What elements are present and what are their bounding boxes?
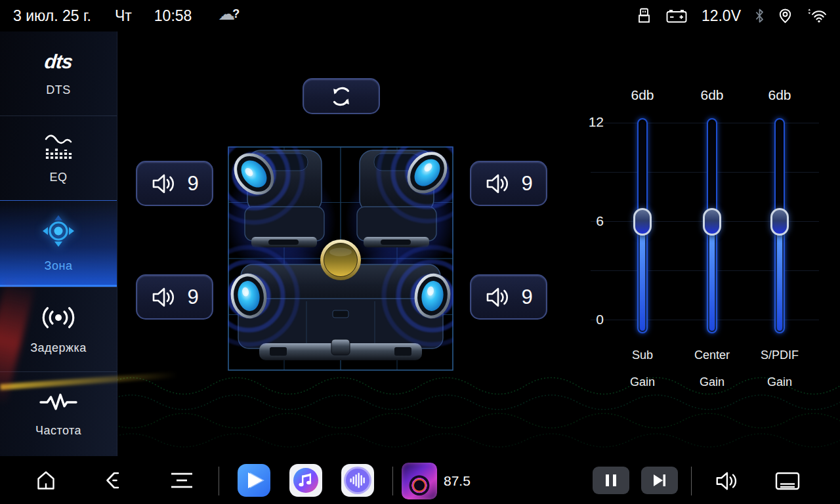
home-icon[interactable] — [35, 469, 57, 492]
sidebar-item-zone[interactable]: Зона — [0, 200, 117, 287]
bluetooth-icon — [755, 8, 765, 24]
scale-tick-12: 12 — [574, 114, 604, 130]
nav-separator — [691, 467, 692, 495]
sidebar-item-eq[interactable]: EQ — [0, 116, 117, 200]
zone-balance-icon — [41, 213, 76, 249]
speaker-icon — [150, 286, 177, 308]
status-weekday: Чт — [115, 7, 132, 25]
front-right-volume-button[interactable]: 9 — [470, 161, 547, 206]
nav-separator — [392, 467, 393, 495]
sidebar-item-dts[interactable]: dts DTS — [0, 32, 117, 116]
screen-display-icon[interactable] — [774, 471, 801, 491]
pause-icon — [604, 474, 618, 487]
soundwave-background — [0, 356, 840, 458]
balance-knob — [320, 240, 361, 280]
usb-icon — [637, 7, 652, 24]
volume-value: 9 — [521, 172, 532, 196]
nav-separator — [219, 467, 219, 495]
status-time: 10:58 — [154, 7, 192, 25]
pause-button[interactable] — [593, 467, 629, 494]
sub-gain-value: 6db — [603, 87, 682, 103]
center-gain-slider-thumb[interactable] — [703, 208, 721, 236]
next-track-button[interactable] — [641, 467, 678, 494]
video-player-app-icon[interactable] — [238, 464, 270, 497]
location-icon — [778, 8, 792, 24]
spdif-gain-label: S/PDIF — [734, 348, 826, 362]
weather-unknown-icon[interactable]: ☁ ? — [218, 6, 240, 26]
sub-gain-slider-thumb[interactable] — [633, 208, 652, 236]
delay-icon — [39, 304, 78, 331]
next-track-icon — [652, 474, 667, 487]
settings-sidebar: dts DTS EQ — [0, 32, 117, 456]
menu-lines-icon[interactable] — [169, 471, 194, 490]
music-app-icon[interactable] — [289, 464, 322, 497]
scale-tick-6: 6 — [574, 213, 604, 229]
sidebar-item-frequency[interactable]: Частота — [0, 371, 117, 456]
zone-seat-map[interactable] — [228, 146, 453, 371]
spdif-gain-slider-thumb[interactable] — [770, 208, 789, 236]
volume-value: 9 — [187, 172, 198, 196]
center-gain-slider-fill — [709, 222, 715, 331]
wifi-icon — [806, 8, 827, 24]
speaker-icon — [150, 173, 177, 195]
dts-logo-icon: dts — [43, 51, 74, 73]
car-battery-icon — [665, 8, 688, 24]
zone-reset-button[interactable] — [303, 78, 380, 114]
spdif-gain-value: 6db — [740, 87, 819, 103]
speaker-icon — [484, 286, 511, 308]
head-unit-screen: 3 июл. 25 г. Чт 10:58 ☁ ? — [0, 0, 840, 504]
sub-gain-slider-fill — [640, 222, 645, 331]
volume-icon[interactable] — [714, 470, 739, 492]
sidebar-item-delay[interactable]: Задержка — [0, 287, 117, 371]
reset-icon — [329, 84, 354, 109]
rear-left-volume-button[interactable]: 9 — [136, 274, 213, 320]
volume-value: 9 — [521, 285, 532, 309]
status-bar: 3 июл. 25 г. Чт 10:58 ☁ ? — [0, 0, 840, 32]
speaker-icon — [484, 173, 511, 195]
radio-frequency: 87.5 — [444, 473, 471, 489]
spdif-gain-slider-fill — [777, 222, 782, 331]
status-date: 3 июл. 25 г. — [13, 7, 91, 25]
rear-right-volume-button[interactable]: 9 — [470, 274, 547, 320]
front-left-volume-button[interactable]: 9 — [136, 161, 213, 206]
radio-album-art[interactable] — [402, 463, 437, 499]
battery-voltage: 12.0V — [702, 7, 741, 25]
back-icon[interactable] — [102, 469, 125, 492]
center-gain-value: 6db — [673, 87, 751, 103]
equalizer-icon — [43, 133, 74, 160]
volume-value: 9 — [187, 285, 198, 309]
frequency-icon — [37, 391, 79, 413]
scale-tick-0: 0 — [574, 312, 604, 327]
voice-assistant-app-icon[interactable] — [341, 464, 374, 497]
